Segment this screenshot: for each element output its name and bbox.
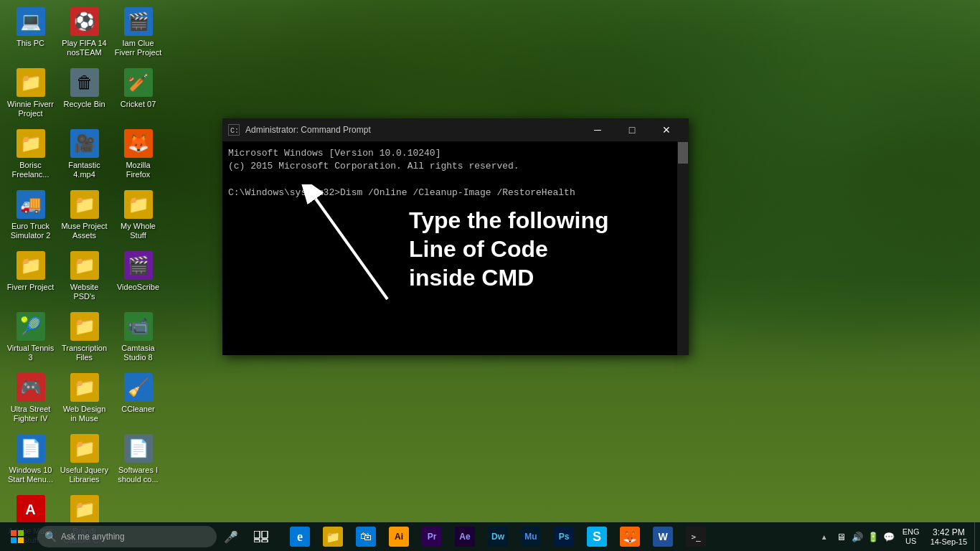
iam-clue-label: Iam Clue Fiverr Project	[113, 39, 163, 57]
edge-icon: e	[290, 527, 310, 547]
web-design-muse-icon: 📁	[70, 373, 99, 402]
fantastic-icon: 🎥	[70, 129, 99, 158]
ultra-street-icon: 🎮	[17, 373, 45, 402]
recycle-bin-label: Recycle Bin	[63, 100, 105, 109]
cmd-maximize-button[interactable]: □	[616, 121, 649, 139]
pinned-mu[interactable]: Mu	[515, 522, 547, 551]
clock[interactable]: 3:42 PM 14-Sep-15	[923, 522, 974, 551]
store-icon: 🛍	[356, 527, 376, 547]
desktop-icon-windows10-start[interactable]: 📄 Windows 10 Start Menu...	[4, 430, 57, 491]
task-view-button[interactable]	[245, 522, 277, 551]
ultra-street-label: Ultra Street Fighter IV	[6, 405, 55, 423]
web-design-muse-label: Web Design in Muse	[60, 405, 109, 423]
website-psd-icon: 📁	[70, 251, 99, 280]
clock-date: 14-Sep-15	[930, 537, 967, 546]
recycle-bin-icon: 🗑	[70, 68, 99, 97]
transcription-icon: 📁	[70, 312, 99, 341]
desktop-icon-cricket[interactable]: 🏏 Cricket 07	[111, 65, 165, 126]
pinned-store[interactable]: 🛍	[350, 522, 382, 551]
desktop-icon-fantastic[interactable]: 🎥 Fantastic 4.mp4	[57, 126, 111, 187]
svg-rect-7	[18, 537, 24, 543]
tray-network-icon[interactable]: 🖥	[834, 522, 849, 551]
cmd-window[interactable]: C: Administrator: Command Prompt ─ □ ✕ M…	[222, 118, 689, 355]
desktop-icon-recycle-bin[interactable]: 🗑 Recycle Bin	[57, 65, 111, 126]
desktop-icon-play-fifa[interactable]: ⚽ Play FIFA 14 nosTEAM	[57, 4, 111, 65]
desktop-icon-firefox[interactable]: 🦊 Mozilla Firefox	[111, 126, 165, 187]
desktop-icon-web-design-muse[interactable]: 📁 Web Design in Muse	[57, 369, 111, 430]
desktop-icon-winnie-fiverr[interactable]: 📁 Winnie Fiverr Project	[4, 65, 57, 126]
softwares-icon: 📄	[124, 434, 153, 463]
tray-volume-icon[interactable]: 🔊	[850, 522, 864, 551]
tray-action-center-icon[interactable]: 💬	[882, 522, 896, 551]
show-desktop-button[interactable]	[974, 522, 980, 551]
transcription-label: Transcription Files	[60, 344, 109, 362]
pinned-pr[interactable]: Pr	[416, 522, 448, 551]
useful-jquery-icon: 📁	[70, 434, 99, 463]
lang-text: ENG	[903, 527, 920, 537]
search-input[interactable]	[61, 532, 197, 542]
desktop-icons-area: 💻 This PC ⚽ Play FIFA 14 nosTEAM 🎬 Iam C…	[0, 0, 215, 524]
my-whole-stuff-label: My Whole Stuff	[113, 222, 163, 240]
ccleaner-icon: 🧹	[124, 373, 153, 402]
desktop-icon-virtual-tennis[interactable]: 🎾 Virtual Tennis 3	[4, 309, 57, 369]
borisc-icon: 📁	[17, 129, 45, 158]
cmd-scrollbar[interactable]	[677, 141, 689, 355]
voice-search-button[interactable]: 🎤	[217, 522, 245, 551]
desktop-icon-iam-clue[interactable]: 🎬 Iam Clue Fiverr Project	[111, 4, 165, 65]
pinned-dw[interactable]: Dw	[482, 522, 514, 551]
desktop-icon-camtasia[interactable]: 📹 Camtasia Studio 8	[111, 309, 165, 369]
desktop-icon-videoscribe[interactable]: 🎬 VideoScribe	[111, 248, 165, 309]
mu-icon: Mu	[521, 527, 541, 547]
skype-icon: S	[587, 527, 607, 547]
desktop-icon-transcription[interactable]: 📁 Transcription Files	[57, 309, 111, 369]
firefox-taskbar-icon: 🦊	[620, 527, 640, 547]
adobe-muse-stuff-icon: A	[17, 495, 45, 524]
fiverr-project-icon: 📁	[17, 251, 45, 280]
tray-battery-icon[interactable]: 🔋	[866, 522, 880, 551]
pinned-ps[interactable]: Ps	[548, 522, 580, 551]
desktop-icon-borisc[interactable]: 📁 Borisc Freelanc...	[4, 126, 57, 187]
search-bar[interactable]: 🔍	[37, 526, 217, 547]
start-button[interactable]	[0, 522, 34, 551]
language-indicator[interactable]: ENG US	[899, 522, 923, 551]
pinned-ae[interactable]: Ae	[449, 522, 481, 551]
cmd-body: Microsoft Windows [Version 10.0.10240] (…	[222, 141, 689, 355]
borisc-label: Borisc Freelanc...	[6, 161, 55, 179]
search-icon: 🔍	[44, 531, 57, 542]
desktop-icon-this-pc[interactable]: 💻 This PC	[4, 4, 57, 65]
pinned-word[interactable]: W	[647, 522, 679, 551]
desktop-icon-euro-truck[interactable]: 🚚 Euro Truck Simulator 2	[4, 187, 57, 248]
desktop-icon-softwares[interactable]: 📄 Softwares I should co...	[111, 430, 165, 491]
cmd-close-button[interactable]: ✕	[650, 121, 683, 139]
desktop-icon-ccleaner[interactable]: 🧹 CCleaner	[111, 369, 165, 430]
desktop-icon-my-whole-stuff[interactable]: 📁 My Whole Stuff	[111, 187, 165, 248]
pinned-apps-group: e 📁 🛍 Ai Pr Ae Dw Mu	[284, 522, 712, 551]
desktop-icon-ultra-street[interactable]: 🎮 Ultra Street Fighter IV	[4, 369, 57, 430]
taskbar: 🔍 🎤 e 📁 🛍 Ai	[0, 522, 980, 551]
cmd-scrollbar-thumb[interactable]	[678, 142, 688, 164]
pinned-cmd-taskbar[interactable]: >_	[680, 522, 712, 551]
softwares-label: Softwares I should co...	[113, 466, 163, 484]
this-pc-icon: 💻	[17, 7, 45, 36]
cmd-minimize-button[interactable]: ─	[581, 121, 614, 139]
desktop-icon-useful-jquery[interactable]: 📁 Useful Jquery Libraries	[57, 430, 111, 491]
desktop-icon-fiverr-project[interactable]: 📁 Fiverr Project	[4, 248, 57, 309]
desktop-icon-muse-project[interactable]: 📁 Muse Project Assets	[57, 187, 111, 248]
camtasia-icon: 📹	[124, 312, 153, 341]
desktop-icon-website-psd[interactable]: 📁 Website PSD's	[57, 248, 111, 309]
cmd-titlebar[interactable]: C: Administrator: Command Prompt ─ □ ✕	[222, 118, 689, 141]
pinned-skype[interactable]: S	[581, 522, 613, 551]
muse-project-label: Muse Project Assets	[60, 222, 109, 240]
pinned-edge[interactable]: e	[284, 522, 316, 551]
svg-rect-5	[18, 530, 24, 536]
pinned-firefox[interactable]: 🦊	[614, 522, 646, 551]
region-text: US	[905, 537, 916, 546]
videoscribe-icon: 🎬	[124, 251, 153, 280]
cmd-window-icon: C:	[228, 124, 240, 136]
pinned-ai[interactable]: Ai	[383, 522, 415, 551]
svg-rect-11	[262, 540, 268, 542]
pinned-file-explorer[interactable]: 📁	[317, 522, 349, 551]
cmd-text-area: Microsoft Windows [Version 10.0.10240] (…	[222, 141, 689, 355]
show-hidden-icons-button[interactable]: ▲	[817, 522, 831, 551]
task-view-icon	[254, 531, 268, 542]
